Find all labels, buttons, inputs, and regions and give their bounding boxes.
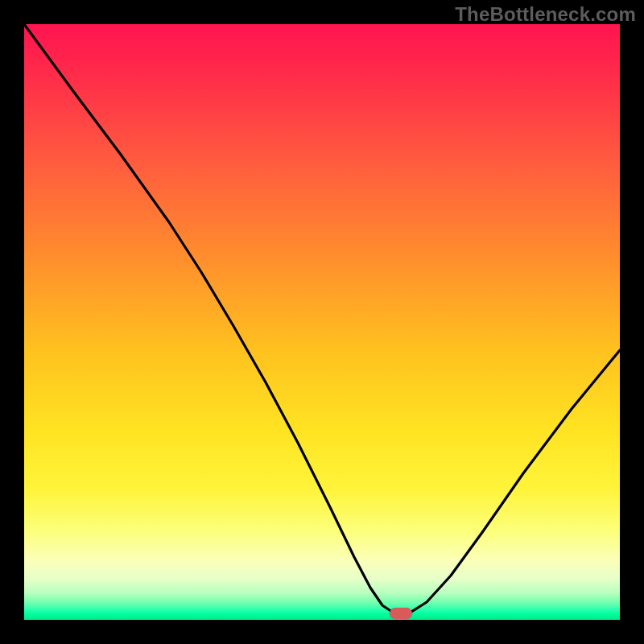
chart-frame: TheBottleneck.com bbox=[0, 0, 644, 644]
bottleneck-curve bbox=[24, 24, 620, 613]
watermark-text: TheBottleneck.com bbox=[455, 3, 636, 26]
plot-area bbox=[24, 24, 620, 620]
optimal-marker bbox=[390, 608, 412, 619]
curve-svg bbox=[24, 24, 620, 620]
